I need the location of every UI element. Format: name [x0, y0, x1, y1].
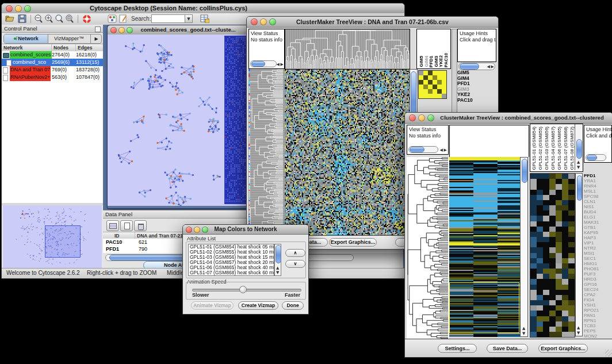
- tv2-zoom-heatmap-canvas[interactable]: [530, 173, 575, 338]
- scroll-left-icon[interactable]: ◀: [277, 62, 280, 67]
- network-row-selected[interactable]: combined_sco 2569(6) 13112(15): [2, 59, 103, 66]
- scrollbar-thumb[interactable]: [577, 175, 582, 201]
- tv1-column-labels: GIM5GIM4PFD1GIM3YKE2PAC10: [416, 29, 451, 69]
- scroll-down-icon[interactable]: ▼: [276, 270, 279, 275]
- tab-network[interactable]: ●̸ Network: [4, 35, 48, 43]
- tv2-heatmap-canvas[interactable]: [449, 157, 520, 337]
- attribute-list-label: Attribute List: [187, 236, 216, 242]
- attribute-list[interactable]: GPL51-01 (GSM854) heat shock 05 minGPL51…: [188, 244, 274, 276]
- cell-id[interactable]: PAC10: [106, 239, 122, 246]
- zoom-selected-icon[interactable]: [65, 14, 74, 26]
- tab-vizmapper[interactable]: VizMapper™: [48, 35, 90, 43]
- save-icon[interactable]: [18, 14, 26, 25]
- open-file-icon[interactable]: [5, 14, 16, 25]
- scrollbar-thumb[interactable]: [460, 63, 479, 70]
- scroll-up-icon[interactable]: ▲: [577, 160, 580, 164]
- vizmap-icon[interactable]: [108, 14, 117, 25]
- tv1-status-hscrollbar[interactable]: [250, 60, 277, 67]
- move-up-button[interactable]: ∧: [285, 249, 305, 257]
- network-row[interactable]: combined_scores 2764(0) 16218(0): [2, 51, 103, 59]
- help-lifesaver-icon[interactable]: [82, 14, 91, 26]
- scroll-right-icon[interactable]: ▶: [491, 64, 494, 69]
- scrollbar-thumb[interactable]: [522, 159, 527, 183]
- scrollbar-thumb[interactable]: [251, 61, 265, 67]
- network-row[interactable]: DNA and Tran 07 769(0) 183728(0): [2, 66, 103, 74]
- annotation-icon[interactable]: [119, 14, 128, 25]
- delete-attribute-icon[interactable]: [134, 220, 147, 231]
- cell-id[interactable]: PFD1: [106, 246, 119, 252]
- treeview1-titlebar[interactable]: ClusterMaker TreeView : DNA and Tran 07-…: [247, 17, 498, 28]
- tabs-overflow-button[interactable]: ▶: [90, 35, 102, 43]
- cell-value[interactable]: 790: [139, 246, 147, 252]
- search-input[interactable]: [151, 14, 187, 23]
- scroll-right-icon[interactable]: ▶: [444, 148, 447, 152]
- tv1-heatmap-canvas[interactable]: [285, 69, 410, 236]
- gene-label: GPI16: [584, 282, 611, 287]
- treeview2-titlebar[interactable]: ClusterMaker TreeView : combined_scores_…: [405, 113, 612, 124]
- document-icon: [3, 67, 8, 74]
- search-dropdown-button[interactable]: ▼: [185, 14, 193, 23]
- column-header-edges[interactable]: Edges: [75, 44, 104, 51]
- scrollbar-thumb[interactable]: [276, 245, 281, 263]
- settings-button[interactable]: Settings...: [438, 344, 477, 353]
- tv1-summary-matrix-canvas[interactable]: [418, 70, 447, 99]
- tv1-row-dendrogram-canvas[interactable]: [248, 69, 285, 236]
- scroll-up-icon[interactable]: ▲: [577, 325, 580, 330]
- scrollbar-thumb[interactable]: [410, 147, 424, 152]
- tv2-collabels-vscrollbar[interactable]: ▲ ▼: [575, 124, 583, 170]
- done-button[interactable]: Done: [282, 301, 304, 310]
- float-panel-icon[interactable]: [95, 26, 101, 32]
- network-view-canvas[interactable]: [108, 35, 251, 206]
- move-down-button[interactable]: ∨: [285, 260, 305, 268]
- column-header-nodes[interactable]: Nodes: [51, 44, 77, 51]
- network-row[interactable]: RNAPuberNov2+ 563(0) 107847(0): [2, 74, 103, 81]
- dialog-titlebar[interactable]: Map Colors to Network: [183, 225, 308, 235]
- usage-hints-text: Click and drag to: [458, 37, 496, 43]
- tv2-row-dendrogram-canvas[interactable]: [407, 157, 449, 339]
- create-vizmap-button[interactable]: Create Vizmap: [238, 301, 278, 310]
- scroll-left-icon[interactable]: ◀: [487, 64, 490, 69]
- tv2-usage-hints-panel: Usage Hints Click and drag: [584, 125, 612, 163]
- network-view-titlebar[interactable]: combined_scores_good.txt--cluste...: [108, 25, 251, 35]
- tv2-view-status-panel: View Status No status info ◀ ▶: [407, 125, 449, 155]
- tv2-hints-hscrollbar[interactable]: [586, 154, 606, 161]
- tv2-zoom-vscrollbar[interactable]: ▲ ▼: [575, 173, 583, 336]
- attribute-list-vscrollbar[interactable]: ▲ ▼: [274, 244, 281, 276]
- cell-value[interactable]: 621: [139, 239, 147, 246]
- gene-label: PUF3: [584, 271, 611, 277]
- save-data-button[interactable]: Save Data...: [487, 344, 528, 353]
- attribute-list-item[interactable]: GPL51-07 (GSM868) heat shock 60 min: [189, 270, 274, 275]
- network-overview-canvas[interactable]: [3, 205, 102, 269]
- scrollbar-thumb[interactable]: [587, 155, 597, 160]
- scroll-right-icon[interactable]: ▶: [281, 62, 284, 67]
- column-header-network[interactable]: Network: [2, 44, 52, 51]
- tv1-column-label: PFD1: [429, 56, 434, 67]
- table-import-icon[interactable]: [200, 14, 209, 25]
- scroll-up-icon[interactable]: ▲: [276, 266, 279, 270]
- tv2-column-labels: GPL51-01 (GSM854)GPL51-02 (GSM855)GPL51-…: [531, 127, 576, 170]
- resize-grip[interactable]: [605, 350, 612, 357]
- attribute-select-icon[interactable]: [106, 220, 119, 231]
- speed-slider-thumb[interactable]: [239, 286, 247, 293]
- export-graphics-button[interactable]: Export Graphics...: [329, 238, 377, 247]
- scroll-down-icon[interactable]: ▼: [577, 165, 580, 170]
- scroll-up-icon[interactable]: ▲: [522, 326, 525, 331]
- tv2-status-hscrollbar[interactable]: [408, 146, 438, 153]
- scroll-down-icon[interactable]: ▼: [577, 331, 580, 335]
- export-graphics-button[interactable]: Export Graphics...: [538, 344, 588, 353]
- scroll-down-icon[interactable]: ▼: [522, 331, 525, 336]
- tv2-heatmap-vscrollbar[interactable]: ▲ ▼: [520, 157, 528, 337]
- scroll-left-icon[interactable]: ◀: [440, 148, 443, 152]
- animate-vizmap-button[interactable]: Animate Vizmap: [191, 301, 234, 310]
- zoom-in-icon[interactable]: [44, 14, 53, 26]
- status-hint-zoom: Right-click + drag to ZOOM: [87, 269, 156, 278]
- zoom-out-icon[interactable]: [34, 14, 43, 26]
- tv1-column-dendrogram-canvas[interactable]: [285, 29, 410, 70]
- tv2-column-dendrogram-area[interactable]: [449, 125, 529, 157]
- scrollbar-thumb[interactable]: [576, 139, 582, 159]
- main-titlebar[interactable]: Cytoscape Desktop (Session Name: collins…: [2, 3, 404, 14]
- gene-label: PHO81: [584, 266, 611, 271]
- new-attribute-icon[interactable]: [120, 220, 133, 231]
- speed-slider-track[interactable]: [192, 289, 301, 292]
- zoom-fit-icon[interactable]: [55, 14, 64, 26]
